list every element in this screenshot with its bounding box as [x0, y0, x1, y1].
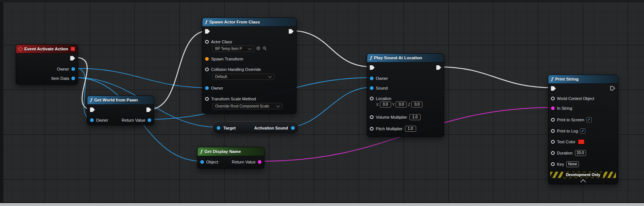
- function-icon: ƒ: [370, 55, 372, 60]
- function-icon: ƒ: [551, 77, 553, 82]
- item-data-out-pin[interactable]: [71, 77, 75, 80]
- panel-top-edge: [0, 0, 644, 2]
- print-to-log-pin[interactable]: [551, 129, 555, 133]
- browse-asset-icon[interactable]: [256, 46, 260, 51]
- transform-scale-method-dropdown[interactable]: Override Root Component Scale: [212, 103, 282, 109]
- owner-in-pin[interactable]: [90, 118, 94, 122]
- node-header[interactable]: ƒ Play Sound At Location: [367, 54, 444, 62]
- volume-multiplier-pin[interactable]: [370, 115, 374, 119]
- in-string-pin[interactable]: [551, 106, 555, 110]
- pin-label: Text Color: [557, 140, 576, 144]
- pitch-multiplier-field[interactable]: 1.0: [405, 126, 416, 132]
- print-to-screen-pin[interactable]: [551, 118, 555, 122]
- collapse-chevron-icon[interactable]: [580, 179, 586, 185]
- transform-scale-method-pin[interactable]: [205, 97, 209, 101]
- node-header[interactable]: ƒ Get Display Name: [198, 147, 264, 156]
- exec-out-pin[interactable]: [289, 29, 294, 34]
- axis-label-y: Y: [392, 103, 395, 107]
- exec-out-pin[interactable]: [436, 65, 441, 70]
- pin-label: Collision Handling Override: [211, 67, 261, 72]
- scale-method-value: Override Root Component Scale: [215, 104, 269, 108]
- owner-in-pin[interactable]: [205, 86, 209, 90]
- location-y-field[interactable]: 0.0: [396, 102, 407, 107]
- wire-exec-playsound-to-printstring[interactable]: [437, 67, 554, 88]
- pin-label: Print to Log: [557, 129, 578, 133]
- node-header[interactable]: ƒ Spawn Actor From Class: [202, 18, 296, 26]
- node-title: Play Sound At Location: [374, 56, 422, 60]
- development-only-label: Development Only: [563, 172, 603, 178]
- collision-value: Default: [215, 75, 227, 79]
- pin-label: Key: [557, 162, 564, 166]
- pin-label: Print to Screen: [557, 118, 584, 122]
- event-icon: [18, 47, 23, 52]
- actor-class-pin[interactable]: [205, 40, 209, 44]
- node-play-sound-at-location[interactable]: ƒ Play Sound At Location Owner Sound Loc…: [367, 53, 444, 137]
- collision-handling-dropdown[interactable]: Default: [212, 74, 274, 80]
- exec-out-pin[interactable]: [146, 107, 151, 112]
- chevron-down-icon: [248, 46, 252, 50]
- return-value-out-pin[interactable]: [148, 118, 151, 122]
- panel-left-edge: [0, 0, 3, 206]
- node-header[interactable]: Event Activate Action: [16, 45, 78, 53]
- text-color-pin[interactable]: [551, 140, 555, 144]
- target-in-pin[interactable]: [217, 126, 220, 130]
- owner-out-pin[interactable]: [71, 67, 75, 71]
- actor-class-value: BP Temp Item P: [215, 47, 242, 51]
- location-x-field[interactable]: 0.0: [380, 102, 391, 107]
- pin-label: Return Value: [232, 160, 256, 164]
- node-get-display-name[interactable]: ƒ Get Display Name Object Return Value: [197, 147, 264, 169]
- spawn-transform-pin[interactable]: [205, 57, 209, 61]
- key-pin[interactable]: [551, 162, 555, 166]
- function-icon: ƒ: [205, 19, 207, 25]
- pin-label: Transform Scale Method: [211, 97, 256, 101]
- enabled-indicator: [71, 47, 75, 51]
- node-header[interactable]: ƒ Get World from Pawn: [87, 96, 154, 104]
- return-value-out-pin[interactable]: [258, 160, 261, 164]
- exec-out-pin[interactable]: [70, 56, 75, 60]
- pin-label: Owner: [96, 118, 108, 122]
- wire-exec-spawn-to-playsound[interactable]: [291, 31, 372, 67]
- owner-in-pin[interactable]: [370, 77, 374, 80]
- function-icon: ƒ: [200, 149, 202, 154]
- duration-field[interactable]: 20.0: [575, 150, 586, 156]
- world-context-object-pin[interactable]: [551, 97, 555, 100]
- location-pin[interactable]: [370, 97, 374, 100]
- location-z-field[interactable]: 0.0: [411, 102, 422, 107]
- chevron-down-icon: [276, 104, 280, 107]
- print-to-screen-checkbox[interactable]: [586, 117, 592, 122]
- blueprint-graph-canvas[interactable]: Event Activate Action Owner Item Data ƒ …: [0, 0, 644, 206]
- pitch-multiplier-pin[interactable]: [370, 127, 374, 131]
- development-only-banner: Development Only: [550, 172, 616, 178]
- search-icon[interactable]: [263, 46, 267, 51]
- pin-label: Owner: [376, 76, 388, 81]
- pin-label: Object: [206, 160, 218, 164]
- object-in-pin[interactable]: [200, 160, 204, 164]
- node-get-world-from-pawn[interactable]: ƒ Get World from Pawn Owner Return Value: [87, 96, 154, 125]
- wire-exec-getworld-to-spawn[interactable]: [148, 31, 209, 110]
- sound-in-pin[interactable]: [370, 86, 374, 90]
- activation-sound-out-pin[interactable]: [291, 126, 295, 130]
- axis-label-x: X: [376, 103, 379, 107]
- print-to-log-checkbox[interactable]: [580, 128, 585, 134]
- wire-activationsound-to-sound[interactable]: [286, 87, 372, 127]
- volume-multiplier-field[interactable]: 1.0: [409, 114, 421, 120]
- node-print-string[interactable]: ƒ Print String World Context Object In S…: [548, 75, 618, 184]
- node-title: Spawn Actor From Class: [209, 20, 260, 24]
- key-field[interactable]: None: [566, 161, 579, 167]
- node-header[interactable]: ƒ Print String: [548, 75, 618, 84]
- node-event-activate-action[interactable]: Event Activate Action Owner Item Data: [16, 44, 78, 85]
- pin-label: Volume Multiplier: [376, 115, 407, 119]
- actor-class-dropdown[interactable]: BP Temp Item P: [212, 46, 254, 52]
- pin-label: Item Data: [51, 76, 69, 81]
- function-icon: ƒ: [90, 97, 92, 103]
- collision-handling-pin[interactable]: [205, 68, 209, 71]
- node-spawn-actor-from-class[interactable]: ƒ Spawn Actor From Class Actor Class BP …: [202, 18, 297, 114]
- pin-label: Actor Class: [211, 40, 232, 44]
- exec-out-pin[interactable]: [610, 86, 615, 91]
- text-color-swatch[interactable]: [578, 139, 585, 144]
- pin-label: Owner: [211, 86, 223, 90]
- wire-owner-to-spawn-owner[interactable]: [76, 68, 209, 88]
- pin-label: Return Value: [122, 118, 145, 122]
- node-activation-sound-getter[interactable]: Target Activation Sound: [213, 122, 298, 134]
- duration-pin[interactable]: [551, 151, 555, 155]
